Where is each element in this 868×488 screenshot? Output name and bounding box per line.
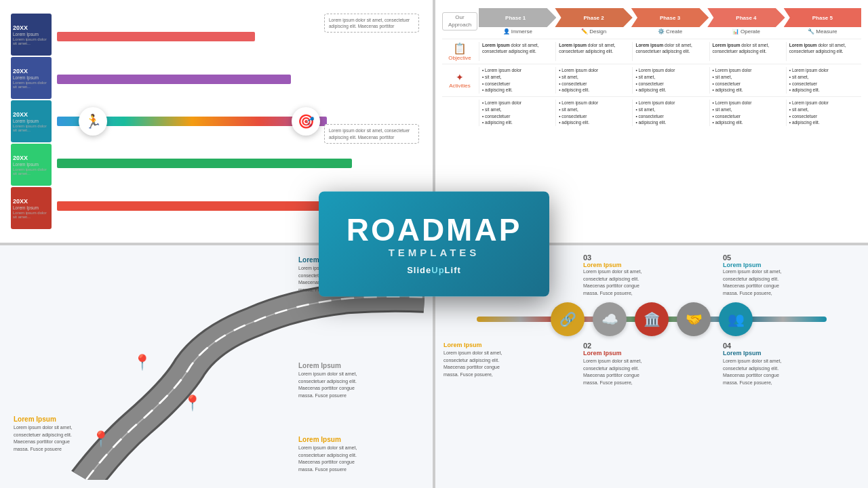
text-block-2: Lorem Ipsum Lorem ipsum dolor sit amet,c… [298, 362, 420, 399]
circle-4: 🤝 [677, 302, 711, 336]
title-03: Lorem Ipsum [583, 262, 720, 268]
title-02: Lorem Ipsum [583, 350, 720, 357]
title-04: Lorem Ipsum [723, 350, 860, 357]
obj-col4: Lorem ipsum dolor sit amet, consectetuer… [709, 42, 785, 61]
runner-icon: 🏃 [79, 107, 107, 136]
phase2-label: Phase 2 [583, 15, 604, 21]
body-02: Lorem ipsum dolor sit amet,consectetur a… [583, 358, 720, 386]
act2-col1: • Lorem ipsum dolor• sit amet,• consecte… [479, 100, 554, 126]
text-block-3: Lorem Ipsum Lorem ipsum dolor sit amet,c… [14, 415, 115, 453]
phase1-sub: 👤 Immerse [503, 28, 532, 35]
act2-col5: • Lorem ipsum dolor• sit amet,• consecte… [786, 100, 861, 126]
phase4-label: Phase 4 [736, 15, 756, 21]
center-overlay: ROADMAP TEMPLATES SlideUpLift [319, 192, 549, 297]
col-05-top: 05 Lorem Ipsum Lorem ipsum dolor sit ame… [723, 253, 860, 297]
col-02-bot: 02 Lorem Ipsum Lorem ipsum dolor sit ame… [583, 342, 720, 386]
phase5-sub: 🔧 Measure [808, 28, 837, 35]
obj-col5: Lorem ipsum dolor sit amet, consectetuer… [786, 42, 861, 61]
year-row-4: 20XX Lorem Ipsum Lorem ipsum dolor sit a… [11, 144, 52, 186]
brand-suffix: Lift [445, 264, 461, 274]
circle-3: 🏛️ [635, 302, 669, 336]
overlay-brand: SlideUpLift [407, 264, 461, 274]
act-col1: • Lorem ipsum dolor• sit amet,• consecte… [479, 67, 554, 94]
text-block-4: Lorem Ipsum Lorem ipsum dolor sit amet,c… [298, 436, 420, 473]
year-row-2: 20XX Lorem Ipsum Lorem ipsum dolor sit a… [11, 57, 52, 99]
phase1-label: Phase 1 [505, 15, 530, 21]
col-01-bot: Lorem Ipsum Lorem ipsum dolor sit amet,c… [443, 342, 580, 386]
num-04: 04 [723, 342, 860, 350]
phase3-sub: ⚙️ Create [658, 28, 682, 35]
year-label-1: 20XX [13, 24, 50, 31]
overlay-title: ROADMAP [347, 214, 522, 245]
act2-col2: • Lorem ipsum dolor• sit amet,• consecte… [555, 100, 631, 126]
pin-2: 📍 [183, 394, 201, 412]
num-03: 03 [583, 253, 720, 262]
body-01b: Lorem ipsum dolor sit amet,consectetur a… [443, 350, 580, 378]
act-col2: • Lorem ipsum dolor• sit amet,• consecte… [555, 67, 631, 94]
title-01b: Lorem Ipsum [443, 342, 580, 348]
title-05: Lorem Ipsum [723, 262, 860, 268]
obj-col2: Lorem ipsum dolor sit amet, consectetuer… [555, 42, 631, 61]
year-row-3: 20XX Lorem Ipsum Lorem ipsum dolor sit a… [11, 100, 52, 142]
body-05: Lorem ipsum dolor sit amet,consectetur a… [723, 268, 860, 297]
act2-col3: • Lorem ipsum dolor• sit amet,• consecte… [632, 100, 707, 126]
act2-col4: • Lorem ipsum dolor• sit amet,• consecte… [709, 100, 785, 126]
circle-2: ☁️ [593, 302, 627, 336]
brand-prefix: Slide [407, 264, 431, 274]
target-icon: 🎯 [292, 107, 320, 136]
act-col5: • Lorem ipsum dolor• sit amet,• consecte… [786, 67, 861, 94]
body-04: Lorem ipsum dolor sit amet,consectetur a… [723, 358, 860, 386]
overlay-subtitle: TEMPLATES [389, 246, 480, 258]
col-03-top: 03 Lorem Ipsum Lorem ipsum dolor sit ame… [583, 253, 720, 297]
phase2-sub: ✏️ Design [581, 28, 606, 35]
col-04-bot: 04 Lorem Ipsum Lorem ipsum dolor sit ame… [723, 342, 860, 386]
act-col4: • Lorem ipsum dolor• sit amet,• consecte… [709, 67, 785, 94]
note-box-2: Lorem ipsum dolor sit amet, consectetuer… [324, 124, 419, 143]
phase4-sub: 📊 Operate [732, 28, 760, 35]
activities-label: ✦ Activities [442, 67, 477, 94]
circle-5: 👥 [719, 302, 753, 336]
year-row-1: 20XX Lorem Ipsum Lorem ipsum dolor sit a… [11, 14, 52, 56]
year-desc-1: Lorem Ipsum [13, 32, 50, 37]
phase5-label: Phase 5 [812, 15, 833, 21]
act-col3: • Lorem ipsum dolor• sit amet,• consecte… [632, 67, 707, 94]
obj-col3: Lorem ipsum dolor sit amet, consectetuer… [632, 42, 707, 61]
num-02: 02 [583, 342, 720, 350]
circle-1: 🔗 [551, 302, 585, 336]
obj-col1: Lorem ipsum dolor sit amet, consectetuer… [479, 42, 554, 61]
phase3-label: Phase 3 [660, 15, 680, 21]
objective-label: 📋 Objective [442, 42, 477, 61]
body-03: Lorem ipsum dolor sit amet,consectetur a… [583, 268, 720, 297]
note-box-1: Lorem ipsum dolor sit amet, consectetuer… [324, 14, 419, 33]
num-05: 05 [723, 253, 860, 262]
year-row-5: 20XX Lorem Ipsum Lorem ipsum dolor sit a… [11, 187, 52, 229]
pin-1: 📍 [133, 354, 151, 371]
brand-highlight: Up [431, 264, 444, 274]
approach-label: OurApproach [442, 12, 477, 30]
